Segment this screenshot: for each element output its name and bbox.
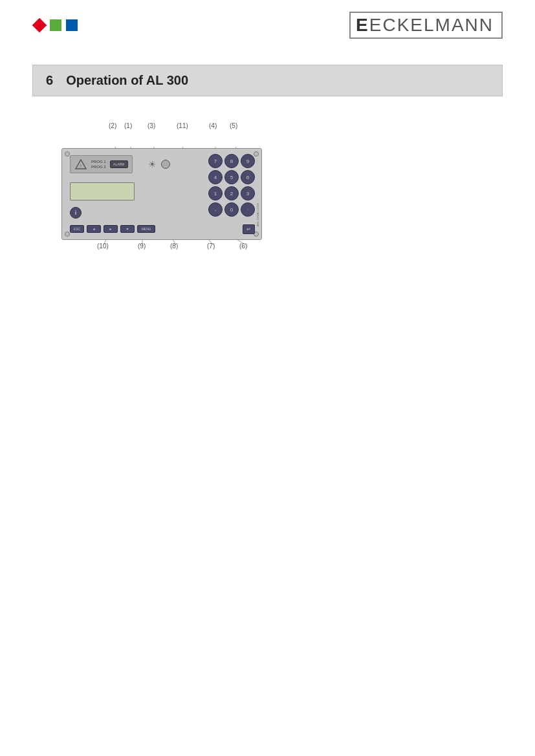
svg-rect-0 xyxy=(32,18,47,32)
callout-1: (1) xyxy=(124,122,132,129)
blue-square-icon xyxy=(65,18,79,32)
num-4-button[interactable]: 4 xyxy=(208,170,223,184)
function-buttons: ESC ◄ ► ▼ MENU xyxy=(70,225,155,233)
svg-rect-1 xyxy=(50,19,61,31)
down-arrow-button[interactable]: ▼ xyxy=(120,225,135,233)
screw-top-left xyxy=(65,151,70,157)
info-button[interactable]: i xyxy=(70,207,82,219)
callout-8: (8) xyxy=(170,243,178,250)
eckelmann-logo: EECKELMANN xyxy=(349,12,503,39)
callout-9: (9) xyxy=(138,243,146,250)
left-arrow-button[interactable]: ◄ xyxy=(87,225,101,233)
side-label: AGL 13/50A 1.0.000 xyxy=(257,203,260,226)
num-6-button[interactable]: 6 xyxy=(241,170,255,184)
red-diamond-icon xyxy=(32,18,47,32)
num-1-button[interactable]: 1 xyxy=(208,186,223,200)
status-circle-light xyxy=(161,160,170,169)
callout-5: (5) xyxy=(230,122,237,129)
green-square-icon xyxy=(49,18,63,32)
alarm-section: ! PROG 1 PROG 2 ALARM xyxy=(70,155,133,173)
al300-device-panel: ! PROG 1 PROG 2 ALARM ☀ xyxy=(61,148,262,240)
lcd-display xyxy=(70,182,135,200)
alarm-labels: PROG 1 PROG 2 xyxy=(91,159,106,170)
section-header: 6 Operation of AL 300 xyxy=(32,65,503,96)
callout-4: (4) xyxy=(209,122,217,129)
callout-10: (10) xyxy=(97,243,109,250)
sun-icon: ☀ xyxy=(146,158,158,170)
section-number: 6 xyxy=(46,73,53,88)
svg-text:!: ! xyxy=(80,164,82,168)
alarm-button[interactable]: ALARM xyxy=(110,160,128,168)
num-0-button[interactable]: 0 xyxy=(224,202,239,217)
num-2-button[interactable]: 2 xyxy=(224,186,239,200)
callout-labels-top: (2) (1) (3) (11) (4) (5) xyxy=(52,122,298,148)
callout-2: (2) xyxy=(109,122,116,129)
num-5-button[interactable]: 5 xyxy=(224,170,239,184)
callout-11: (11) xyxy=(177,122,188,129)
num-7-button[interactable]: 7 xyxy=(208,154,223,168)
num-minus-button[interactable]: - xyxy=(208,202,223,217)
esc-button[interactable]: ESC xyxy=(70,225,84,233)
callout-3: (3) xyxy=(147,122,155,129)
callout-7: (7) xyxy=(207,243,215,250)
logo-e: E xyxy=(356,15,369,35)
screw-bottom-left xyxy=(65,232,70,237)
menu-button[interactable]: MENU xyxy=(137,225,155,233)
section-title: Operation of AL 300 xyxy=(66,73,188,88)
enter-button[interactable]: ↵ xyxy=(243,224,255,234)
page-header: EECKELMANN xyxy=(0,0,535,45)
num-8-button[interactable]: 8 xyxy=(224,154,239,168)
num-9-button[interactable]: 9 xyxy=(241,154,255,168)
content-area: (2) (1) (3) (11) (4) (5) xyxy=(0,109,535,268)
device-diagram: (2) (1) (3) (11) (4) (5) xyxy=(52,122,298,262)
alarm-triangle-icon: ! xyxy=(74,158,87,170)
callout-6: (6) xyxy=(239,243,247,250)
num-dot-button[interactable]: · xyxy=(241,202,255,217)
logo-left xyxy=(32,18,79,32)
callout-labels-bottom: (10) (9) (8) (7) (6) xyxy=(61,243,288,262)
num-3-button[interactable]: 3 xyxy=(241,186,255,200)
numpad: 7 8 9 4 5 6 1 2 3 - 0 · xyxy=(208,154,255,217)
svg-rect-2 xyxy=(66,19,78,31)
status-lights: ☀ xyxy=(146,158,170,170)
right-arrow-button[interactable]: ► xyxy=(104,225,118,233)
